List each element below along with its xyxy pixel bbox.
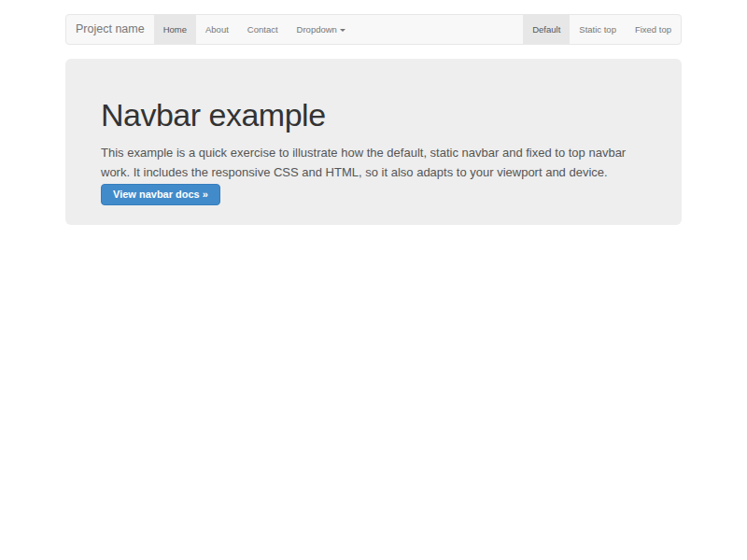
page-title: Navbar example xyxy=(101,96,646,133)
jumbotron-description: This example is a quick exercise to illu… xyxy=(101,143,646,182)
nav-item-about[interactable]: About xyxy=(196,15,238,44)
nav-item-home[interactable]: Home xyxy=(154,15,196,44)
navbar: Project name Home About Contact Dropdown… xyxy=(65,14,682,45)
jumbotron: Navbar example This example is a quick e… xyxy=(65,59,682,225)
nav-item-fixed-top[interactable]: Fixed top xyxy=(626,15,681,44)
nav-item-default[interactable]: Default xyxy=(523,15,570,44)
nav-item-static-top[interactable]: Static top xyxy=(570,15,626,44)
nav-item-dropdown[interactable]: Dropdown xyxy=(288,15,355,44)
navbar-brand[interactable]: Project name xyxy=(66,15,154,44)
nav-item-dropdown-label: Dropdown xyxy=(297,24,337,35)
nav-item-contact[interactable]: Contact xyxy=(238,15,288,44)
navbar-left-nav: Home About Contact Dropdown xyxy=(154,15,355,44)
caret-down-icon xyxy=(340,29,345,32)
view-navbar-docs-button[interactable]: View navbar docs » xyxy=(101,184,220,205)
navbar-right-nav: Default Static top Fixed top xyxy=(523,15,681,44)
